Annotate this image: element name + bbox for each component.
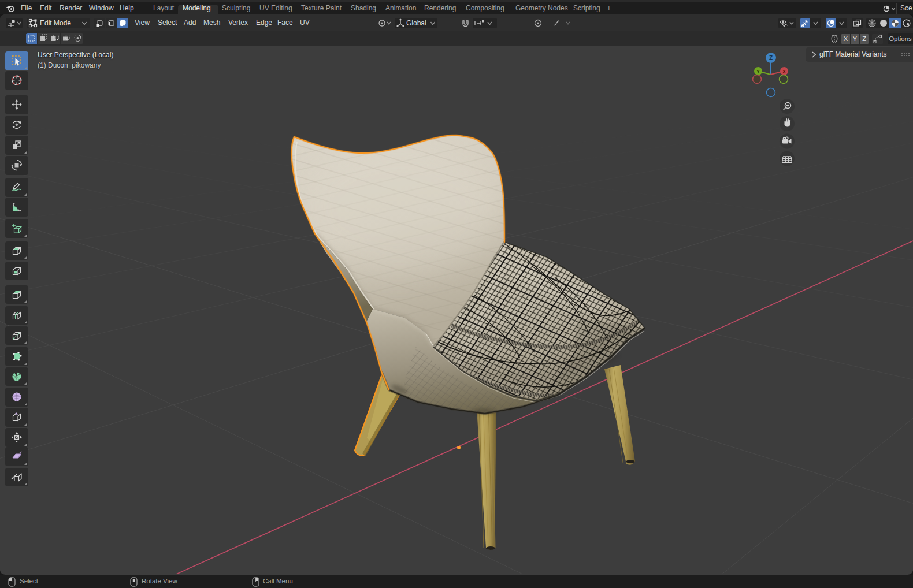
svg-text:Z: Z	[769, 55, 773, 61]
svg-text:X: X	[782, 69, 786, 75]
svg-text:Y: Y	[756, 69, 760, 75]
